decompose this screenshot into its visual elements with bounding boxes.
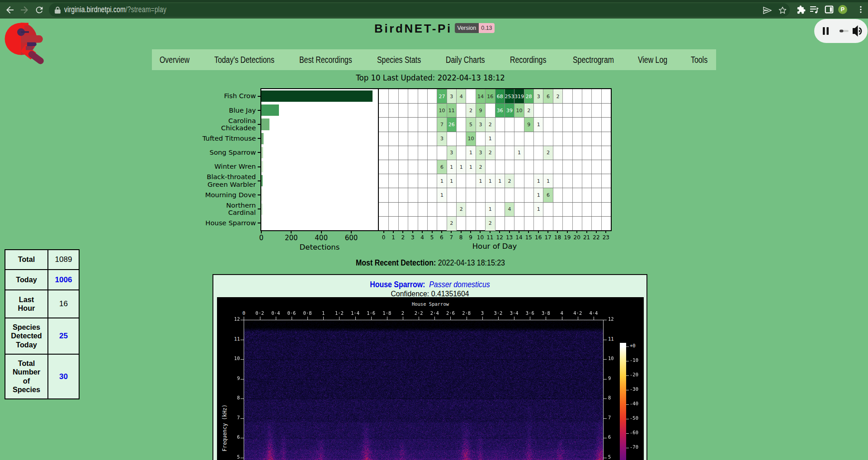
nav-item-tools[interactable]: Tools	[691, 49, 708, 70]
heat-cell-r4h17: 2	[543, 146, 553, 160]
spec-db-label-6: -60	[630, 430, 645, 435]
heat-cell-r3h6: 3	[437, 132, 447, 146]
heat-vline-23	[601, 89, 602, 230]
hour-tick-11	[490, 231, 491, 233]
heat-cell-r7h17: 6	[543, 188, 553, 202]
spec-time-label-20: 4	[553, 310, 571, 316]
spec-freq-tick-right-0	[604, 320, 607, 320]
bar-ylabel-line: Blue Jay	[149, 107, 256, 114]
nav-item-overview[interactable]: Overview	[160, 49, 189, 70]
extensions-button[interactable]	[793, 2, 808, 17]
stats-value-1: 1006	[48, 270, 80, 290]
hour-tick-8	[461, 231, 462, 233]
bar-ylabel-line: Northern	[149, 202, 256, 209]
heat-cell-r6h11: 1	[485, 174, 495, 188]
hour-tick-9	[470, 231, 471, 233]
media-control-button[interactable]	[807, 2, 821, 17]
bar-3	[261, 133, 264, 144]
bar-5	[261, 161, 263, 172]
nav-item-today-s-detections[interactable]: Today's Detections	[214, 49, 274, 70]
spec-time-label-14: 2·8	[458, 310, 476, 316]
heat-vline-5	[427, 89, 428, 230]
seek-slider[interactable]	[840, 30, 849, 33]
side-panel-button[interactable]	[822, 2, 836, 17]
reload-button[interactable]	[32, 2, 47, 18]
detection-common-name[interactable]: House Sparrow:	[370, 280, 425, 289]
bar-ylabel-3: Tufted Titmouse	[149, 135, 256, 142]
volume-icon[interactable]	[853, 25, 861, 37]
spec-freq-tick-right-6	[604, 438, 607, 438]
spec-time-label-1: 0·2	[251, 310, 269, 316]
spec-spine-left	[244, 320, 244, 460]
spec-freq-tick-left-6	[241, 438, 244, 438]
forward-arrow-icon	[19, 5, 30, 15]
nav-item-species-stats[interactable]: Species Stats	[377, 49, 421, 70]
hour-tick-3	[412, 231, 413, 233]
nav-item-recordings[interactable]: Recordings	[510, 49, 546, 70]
spec-time-label-17: 3·4	[505, 310, 523, 316]
bar-xticklabel-200: 200	[278, 234, 305, 242]
spec-time-tick-14	[467, 317, 467, 320]
detection-box: House Sparrow: Passer domesticus Confide…	[212, 274, 647, 460]
heat-cell-r8h13: 4	[505, 202, 514, 217]
lock-icon	[54, 6, 61, 14]
bar-xticklabel-400: 400	[308, 234, 335, 242]
heat-cell-r2h6: 7	[437, 117, 447, 132]
bookmark-button[interactable]	[775, 3, 790, 18]
spec-db-tick-7	[626, 448, 629, 448]
spec-db-label-0: +0	[630, 343, 645, 348]
hour-tick-7	[451, 231, 452, 233]
stats-label-line: Today	[16, 341, 37, 350]
share-button[interactable]	[760, 3, 774, 18]
spec-freq-label-left-7: 5	[226, 454, 240, 460]
spec-time-tick-9	[387, 317, 387, 320]
stats-label-line: Hour	[18, 304, 35, 313]
heat-cell-r6h7: 1	[447, 174, 457, 188]
bar-ylabel-line: Black-throated	[149, 173, 256, 180]
spec-freq-label-left-6: 6	[226, 434, 240, 440]
heat-cell-r7h16: 1	[533, 188, 543, 202]
spec-db-tick-2	[626, 375, 629, 376]
forward-button[interactable]	[17, 2, 32, 18]
bar-1	[261, 104, 279, 116]
spec-db-label-2: -20	[630, 372, 645, 377]
heat-cell-r5h6: 6	[437, 160, 447, 174]
spec-time-tick-21	[578, 317, 578, 320]
spec-time-tick-7	[355, 317, 356, 320]
hour-tick-12	[499, 231, 500, 233]
spec-freq-label-left-1: 11	[226, 336, 240, 341]
bar-ylabel-1: Blue Jay	[149, 107, 256, 114]
stats-label-0: Total	[5, 250, 48, 270]
spec-time-label-8: 1·6	[362, 310, 380, 316]
spec-time-tick-19	[546, 317, 546, 320]
heat-cell-r0h17: 6	[543, 89, 553, 104]
spec-freq-tick-left-1	[241, 340, 244, 340]
nav-item-daily-charts[interactable]: Daily Charts	[446, 49, 485, 70]
nav-item-view-log[interactable]: View Log	[638, 49, 667, 70]
stats-row-4: TotalNumberofSpecies30	[5, 355, 80, 399]
hour-label-23: 23	[600, 234, 612, 241]
heat-cell-r4h7: 3	[447, 146, 457, 160]
nav-item-best-recordings[interactable]: Best Recordings	[299, 49, 352, 70]
heat-cell-r8h16: 1	[533, 202, 543, 217]
pause-button[interactable]	[823, 27, 829, 35]
heat-vline-20	[572, 89, 573, 230]
profile-avatar[interactable]: P	[838, 5, 847, 14]
spec-freq-tick-left-7	[241, 458, 244, 458]
spec-time-label-5: 1	[314, 310, 332, 316]
back-button[interactable]	[2, 2, 18, 18]
heat-cell-r1h6: 10	[437, 103, 447, 118]
version-badge: Version 0.13	[455, 23, 495, 33]
spec-time-tick-6	[339, 317, 340, 320]
address-bar[interactable]: virginia.birdnetpi.com/?stream=play	[49, 3, 790, 17]
heat-cell-r2h15: 9	[524, 117, 534, 132]
nav-item-spectrogram[interactable]: Spectrogram	[573, 49, 614, 70]
stats-table: Total1089Today1006LastHour16SpeciesDetec…	[5, 249, 80, 399]
bar-2	[261, 119, 269, 130]
detection-species-line: House Sparrow: Passer domesticus	[233, 280, 627, 289]
spec-time-label-6: 1·2	[330, 310, 348, 316]
spec-db-tick-4	[626, 404, 629, 405]
chart-title: Top 10 Last Updated: 2022-04-13 18:12	[228, 73, 632, 82]
bar-ylabel-2: CarolinaChickadee	[149, 117, 256, 132]
menu-button[interactable]	[854, 2, 868, 17]
